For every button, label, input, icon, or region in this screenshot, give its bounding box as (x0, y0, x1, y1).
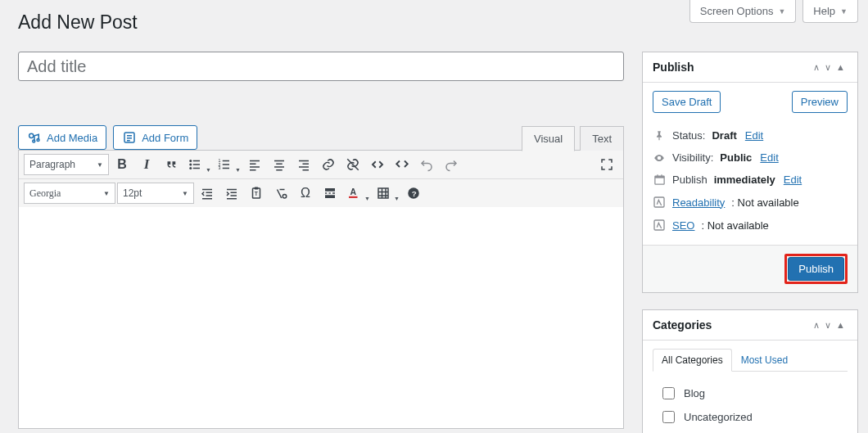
svg-rect-34 (231, 195, 237, 196)
calendar-icon (653, 174, 666, 186)
screen-options-label: Screen Options (700, 5, 774, 17)
redo-button[interactable] (440, 154, 463, 175)
align-left-button[interactable] (243, 154, 266, 175)
align-center-button[interactable] (268, 154, 291, 175)
post-title-input[interactable] (18, 52, 624, 81)
help-button-toolbar[interactable]: ? (402, 183, 425, 204)
add-form-button[interactable]: Add Form (113, 125, 197, 150)
svg-rect-7 (193, 160, 200, 162)
category-checkbox[interactable] (662, 411, 675, 423)
font-size-label: 12pt (123, 187, 142, 199)
format-select[interactable]: Paragraph ▼ (24, 154, 109, 175)
svg-rect-35 (227, 198, 237, 200)
clear-format-button[interactable] (269, 183, 292, 204)
table-button[interactable] (373, 183, 400, 204)
svg-rect-26 (299, 166, 309, 168)
svg-point-5 (189, 164, 192, 166)
category-label: Uncategorized (684, 411, 753, 423)
preview-button[interactable]: Preview (792, 91, 848, 113)
link-button[interactable] (317, 154, 340, 175)
move-down-icon[interactable]: ∨ (822, 320, 834, 331)
category-checkbox[interactable] (662, 387, 675, 399)
tab-all-categories[interactable]: All Categories (653, 349, 732, 372)
svg-rect-28 (202, 189, 212, 191)
bold-button[interactable]: B (111, 154, 133, 175)
svg-rect-27 (303, 169, 310, 171)
caret-down-icon: ▼ (182, 190, 188, 197)
add-form-label: Add Form (142, 132, 188, 144)
move-up-icon[interactable]: ∧ (811, 320, 822, 331)
svg-text:?: ? (412, 189, 417, 198)
outdent-button[interactable] (196, 183, 219, 204)
save-draft-button[interactable]: Save Draft (653, 91, 721, 113)
svg-rect-49 (654, 176, 663, 178)
form-icon (122, 130, 137, 145)
italic-button[interactable]: I (135, 154, 158, 175)
undo-button[interactable] (415, 154, 438, 175)
category-item[interactable]: Blog (653, 381, 848, 405)
svg-rect-13 (223, 160, 229, 162)
svg-rect-40 (325, 188, 335, 192)
readability-link[interactable]: Readability (672, 196, 725, 209)
svg-rect-30 (206, 195, 213, 196)
svg-rect-29 (206, 192, 213, 194)
tab-visual[interactable]: Visual (522, 126, 575, 151)
category-label: Blog (684, 387, 705, 399)
svg-point-0 (29, 133, 34, 138)
category-item[interactable]: Uncategorized (653, 405, 848, 429)
editor-canvas[interactable] (19, 207, 623, 428)
svg-rect-14 (223, 164, 229, 165)
svg-rect-8 (193, 164, 200, 165)
fullscreen-button[interactable] (595, 154, 618, 175)
categories-title: Categories (653, 318, 811, 332)
source-code-button[interactable] (366, 154, 389, 175)
tab-text[interactable]: Text (580, 126, 624, 151)
publish-button[interactable]: Publish (788, 257, 844, 281)
toolbar-toggle-button[interactable] (391, 154, 414, 175)
caret-down-icon: ▼ (840, 7, 848, 16)
seo-link[interactable]: SEO (672, 219, 694, 232)
svg-rect-37 (255, 187, 259, 190)
tab-most-used[interactable]: Most Used (732, 349, 797, 372)
schedule-edit-link[interactable]: Edit (784, 174, 802, 186)
paste-text-button[interactable]: T (245, 183, 268, 204)
svg-rect-47 (658, 137, 659, 140)
status-edit-link[interactable]: Edit (745, 129, 763, 142)
font-size-select[interactable]: 12pt ▼ (117, 183, 194, 204)
svg-rect-24 (299, 160, 309, 162)
collapse-icon[interactable]: ▲ (834, 62, 848, 72)
pin-icon (653, 130, 666, 142)
svg-rect-23 (276, 169, 283, 171)
yoast-seo-icon (653, 219, 666, 232)
format-select-label: Paragraph (29, 159, 75, 170)
special-char-button[interactable]: Ω (294, 183, 317, 204)
publish-metabox: Publish ∧ ∨ ▲ Save Draft Preview Status:… (642, 52, 858, 293)
seo-value: : Not available (701, 219, 768, 232)
publish-title: Publish (653, 61, 811, 74)
yoast-readability-icon (653, 196, 666, 209)
add-media-button[interactable]: Add Media (18, 125, 106, 150)
move-down-icon[interactable]: ∨ (822, 62, 834, 73)
svg-rect-41 (325, 195, 335, 198)
help-button[interactable]: Help ▼ (802, 0, 858, 23)
visibility-edit-link[interactable]: Edit (760, 151, 778, 164)
editor-container: Paragraph ▼ B I 123 (18, 150, 624, 429)
screen-options-button[interactable]: Screen Options ▼ (689, 0, 797, 23)
page-title: Add New Post (18, 11, 138, 34)
indent-button[interactable] (220, 183, 243, 204)
page-break-button[interactable] (319, 183, 341, 204)
collapse-icon[interactable]: ▲ (834, 320, 848, 330)
unlink-button[interactable] (341, 154, 364, 175)
svg-rect-43 (349, 196, 358, 198)
move-up-icon[interactable]: ∧ (811, 62, 822, 73)
svg-rect-9 (193, 168, 200, 169)
bullet-list-button[interactable] (184, 154, 212, 175)
align-right-button[interactable] (292, 154, 315, 175)
caret-down-icon: ▼ (97, 161, 103, 169)
font-family-select[interactable]: Georgia ▼ (24, 183, 115, 204)
blockquote-button[interactable] (160, 154, 183, 175)
caret-down-icon: ▼ (103, 190, 110, 197)
text-color-button[interactable]: A (343, 183, 371, 204)
categories-metabox: Categories ∧ ∨ ▲ All Categories Most Use… (642, 309, 858, 433)
numbered-list-button[interactable]: 123 (214, 154, 242, 175)
